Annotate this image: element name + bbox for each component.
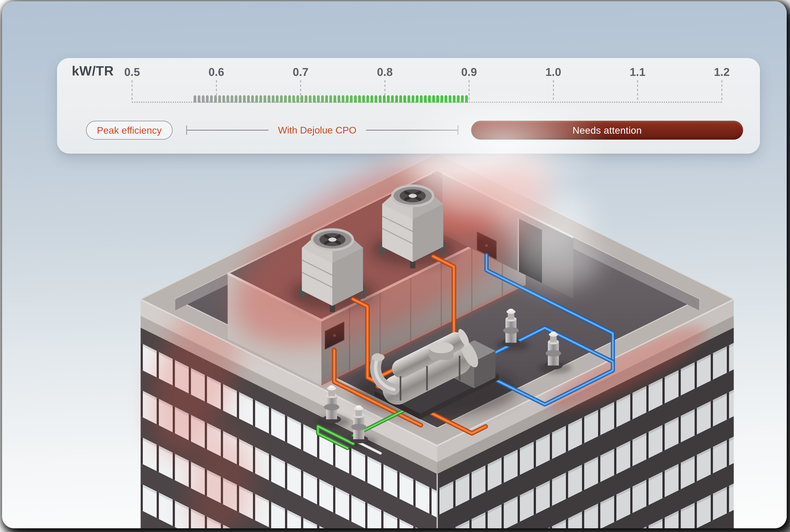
gauge-bar [255, 95, 258, 102]
gauge-bar [420, 95, 422, 102]
gauge-bar [313, 95, 316, 102]
gauge-bar [309, 95, 312, 102]
efficiency-scale-panel: kW/TR 0.50.60.70.80.91.01.11.2 Peak effi… [57, 58, 760, 154]
gauge-bar [272, 95, 275, 102]
needs-attention-label: Needs attention [572, 125, 642, 136]
gauge-bar [334, 95, 336, 102]
gauge-bar [457, 95, 459, 102]
gauge-bar [350, 95, 353, 102]
gauge-bar [395, 95, 398, 102]
gauge-bar [325, 95, 328, 102]
tick-dash [132, 80, 133, 102]
gauge-bar [424, 95, 427, 102]
tick-dash [721, 80, 722, 102]
gauge-bar [362, 95, 365, 102]
gauge-bar [247, 95, 250, 102]
gauge-bar [346, 95, 349, 102]
tick-label: 0.7 [293, 65, 308, 79]
gauge-bar [222, 95, 225, 102]
gauge-bar [301, 95, 303, 102]
canvas-card: kW/TR 0.50.60.70.80.91.01.11.2 Peak effi… [2, 1, 787, 528]
connector-line-right [366, 130, 458, 131]
gauge-bar [214, 95, 217, 102]
gauge-bar [408, 95, 410, 102]
tick-label: 1.2 [714, 65, 730, 79]
connector-line-left [186, 130, 268, 131]
gauge-bar [243, 95, 246, 102]
gauge-bar [440, 95, 443, 102]
gauge-bar [461, 95, 464, 102]
gauge-bar [284, 95, 287, 102]
gauge-bar [276, 95, 279, 102]
gauge-bar [231, 95, 233, 102]
gauge-bar [449, 95, 451, 102]
tick-dash [637, 80, 638, 102]
gauge-bar [321, 95, 324, 102]
fan-icon [392, 186, 433, 206]
gauge-bar [251, 95, 254, 102]
gauge-bar [280, 95, 283, 102]
fan-icon [312, 229, 353, 250]
gauge-bar [453, 95, 455, 102]
tick-label: 1.0 [545, 65, 561, 79]
gauge-bar [342, 95, 344, 102]
gauge-bar [226, 95, 229, 102]
gauge-bar [391, 95, 394, 102]
tick-label: 0.8 [377, 65, 393, 79]
gauge-bar [259, 95, 262, 102]
tick-dash [469, 80, 470, 102]
gauge-bar [371, 95, 373, 102]
gauge-bar [218, 95, 221, 102]
gauge-bar [412, 95, 414, 102]
gauge-bar [288, 95, 291, 102]
needs-attention-pill[interactable]: Needs attention [471, 121, 743, 140]
cpo-label: With Dejolue CPO [271, 121, 363, 139]
gauge-bar [292, 95, 295, 102]
gauge-bar [297, 95, 299, 102]
gauge-bar [330, 95, 332, 102]
gauge-bar [428, 95, 431, 102]
gauge-bar [305, 95, 307, 102]
gauge-bar [239, 95, 242, 102]
unit-label: kW/TR [72, 63, 114, 79]
gauge-bar [206, 95, 209, 102]
tick-label: 1.1 [630, 65, 645, 79]
gauge-bar [445, 95, 447, 102]
gauge-bar [358, 95, 361, 102]
gauge-bar [416, 95, 418, 102]
peak-efficiency-label: Peak efficiency [97, 125, 162, 136]
tick-label: 0.9 [461, 65, 477, 79]
gauge-bar [383, 95, 385, 102]
gauge-bar [436, 95, 439, 102]
gauge-bar [193, 95, 196, 102]
gauge-bar [264, 95, 266, 102]
tick-label: 0.6 [208, 65, 224, 79]
gauge-bar [399, 95, 402, 102]
gauge-bar [198, 95, 200, 102]
gauge-bar [432, 95, 435, 102]
smoke-wisp [515, 229, 600, 286]
gauge-bar [379, 95, 381, 102]
gauge-bar [465, 95, 468, 102]
gauge-bar [366, 95, 369, 102]
gauge-bar [317, 95, 320, 102]
gauge-bar [338, 95, 340, 102]
gauge-bar [210, 95, 213, 102]
tick-dash [553, 80, 554, 102]
gauge-bar [268, 95, 270, 102]
gauge-bar [375, 95, 377, 102]
peak-efficiency-pill[interactable]: Peak efficiency [86, 121, 173, 140]
tick-label: 0.5 [124, 65, 140, 79]
gauge-bar [202, 95, 205, 102]
gauge-bar [387, 95, 390, 102]
gauge-bar [354, 95, 357, 102]
gauge-bar [403, 95, 406, 102]
gauge-bar [235, 95, 238, 102]
